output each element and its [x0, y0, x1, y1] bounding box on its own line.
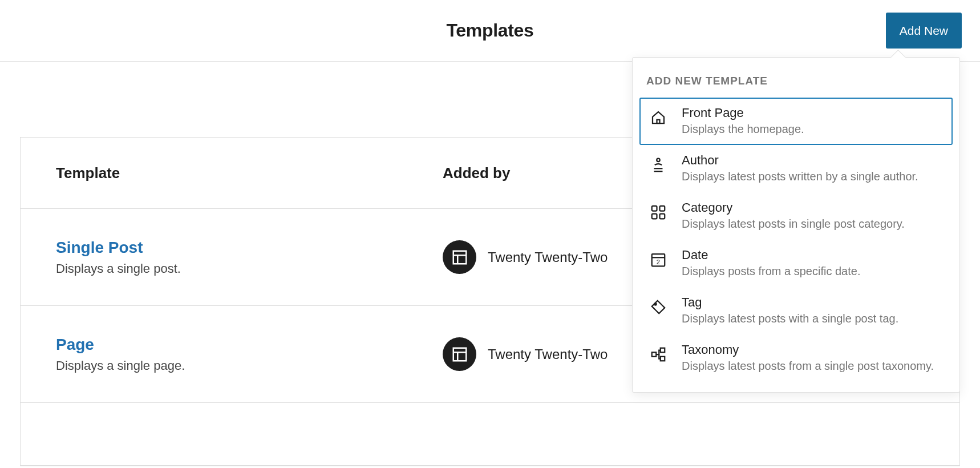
- home-icon: [649, 108, 668, 127]
- template-option-body: Taxonomy Displays latest posts from a si…: [682, 342, 943, 374]
- svg-rect-18: [661, 348, 665, 353]
- svg-rect-20: [652, 352, 657, 357]
- cell-template: Page Displays a single page.: [21, 336, 443, 373]
- page-title: Templates: [446, 20, 533, 41]
- template-option-desc: Displays latest posts with a single post…: [682, 311, 943, 326]
- template-option-body: Front Page Displays the homepage.: [682, 106, 943, 137]
- template-description: Displays a single page.: [56, 358, 443, 373]
- svg-rect-0: [453, 251, 466, 264]
- template-option-desc: Displays latest posts written by a singl…: [682, 169, 943, 184]
- svg-rect-3: [453, 348, 466, 361]
- author-icon: [649, 155, 668, 175]
- svg-rect-13: [660, 214, 665, 219]
- template-title-link[interactable]: Single Post: [56, 239, 143, 257]
- cell-template: Single Post Displays a single post.: [21, 239, 443, 276]
- tag-icon: [649, 297, 668, 317]
- svg-rect-11: [660, 206, 665, 211]
- template-option-body: Author Displays latest posts written by …: [682, 153, 943, 184]
- template-option-date[interactable]: 2 Date Displays posts from a specific da…: [639, 240, 953, 287]
- theme-icon: [443, 337, 476, 371]
- template-option-title: Author: [682, 153, 943, 168]
- svg-rect-12: [652, 214, 657, 219]
- template-option-tag[interactable]: Tag Displays latest posts with a single …: [639, 287, 953, 334]
- template-option-taxonomy[interactable]: Taxonomy Displays latest posts from a si…: [639, 334, 953, 382]
- template-option-desc: Displays latest posts in single post cat…: [682, 216, 943, 232]
- template-option-title: Category: [682, 200, 943, 215]
- svg-point-7: [657, 159, 660, 162]
- template-option-category[interactable]: Category Displays latest posts in single…: [639, 192, 953, 240]
- template-option-body: Tag Displays latest posts with a single …: [682, 295, 943, 326]
- popover-title: ADD NEW TEMPLATE: [639, 68, 953, 98]
- svg-rect-6: [657, 120, 660, 123]
- category-icon: [649, 203, 668, 222]
- template-option-front-page[interactable]: Front Page Displays the homepage.: [639, 98, 953, 145]
- svg-text:2: 2: [657, 259, 660, 265]
- taxonomy-icon: [649, 345, 668, 364]
- added-by-theme: Twenty Twenty-Two: [488, 346, 608, 362]
- column-header-template: Template: [21, 164, 443, 182]
- template-option-desc: Displays latest posts from a single post…: [682, 358, 943, 374]
- template-option-desc: Displays posts from a specific date.: [682, 264, 943, 279]
- template-option-title: Taxonomy: [682, 342, 943, 357]
- template-option-body: Date Displays posts from a specific date…: [682, 248, 943, 279]
- add-new-button[interactable]: Add New: [886, 13, 962, 49]
- header-bar: Templates Add New: [0, 0, 980, 62]
- add-new-template-popover: ADD NEW TEMPLATE Front Page Displays the…: [632, 57, 960, 393]
- template-option-desc: Displays the homepage.: [682, 122, 943, 137]
- table-row: [21, 403, 959, 466]
- template-title-link[interactable]: Page: [56, 336, 94, 354]
- svg-point-17: [654, 303, 656, 305]
- added-by-theme: Twenty Twenty-Two: [488, 249, 608, 265]
- template-option-title: Front Page: [682, 106, 943, 120]
- svg-rect-10: [652, 206, 657, 211]
- template-option-body: Category Displays latest posts in single…: [682, 200, 943, 232]
- svg-rect-19: [661, 357, 665, 361]
- template-option-author[interactable]: Author Displays latest posts written by …: [639, 145, 953, 192]
- template-option-title: Tag: [682, 295, 943, 310]
- template-option-title: Date: [682, 248, 943, 263]
- theme-icon: [443, 240, 476, 274]
- calendar-icon: 2: [649, 250, 668, 269]
- template-description: Displays a single post.: [56, 261, 443, 276]
